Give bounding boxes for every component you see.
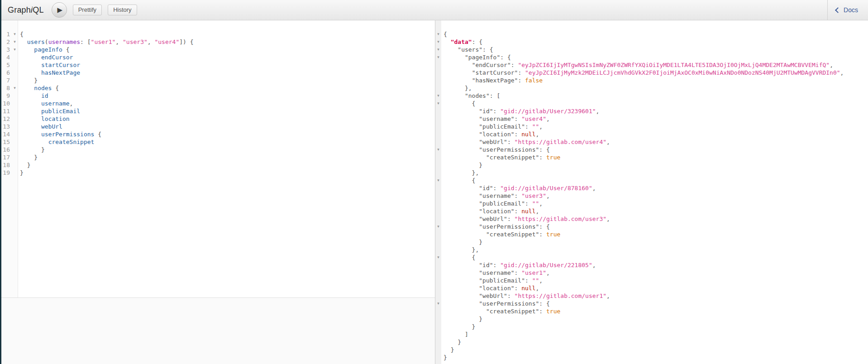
editor-line: 15 createSnippet xyxy=(1,138,435,146)
code-text: users(usernames: ["user1", "user3", "use… xyxy=(20,38,194,46)
fold-arrow-icon[interactable]: ▾ xyxy=(435,30,441,38)
result-line: ▾ "users": { xyxy=(435,46,868,53)
code-text: "userPermissions": { xyxy=(444,223,550,230)
query-editor[interactable]: 1▾{2▾ users(usernames: ["user1", "user3"… xyxy=(1,20,435,297)
fold-gutter-cell xyxy=(12,53,18,61)
editor-line: 12 location xyxy=(1,115,435,123)
fold-arrow-icon[interactable]: ▾ xyxy=(12,46,18,53)
fold-gutter-cell xyxy=(12,100,18,107)
result-line: } xyxy=(435,346,868,354)
history-button[interactable]: History xyxy=(108,5,137,15)
code-text: "username": "user4", xyxy=(444,115,550,123)
result-line: ] xyxy=(435,330,868,338)
code-text: createSnippet xyxy=(20,138,94,146)
code-text: id xyxy=(20,92,48,100)
code-text: { xyxy=(444,100,475,107)
docs-button-label: Docs xyxy=(844,6,858,14)
fold-gutter-cell xyxy=(12,138,18,146)
code-text: } xyxy=(20,169,24,177)
fold-gutter-cell xyxy=(12,153,18,161)
line-number: 3 xyxy=(1,46,12,53)
fold-gutter-cell xyxy=(435,161,441,169)
fold-arrow-icon[interactable]: ▾ xyxy=(12,84,18,92)
fold-gutter-cell xyxy=(435,138,441,146)
result-line: "location": null, xyxy=(435,130,868,138)
fold-arrow-icon[interactable]: ▾ xyxy=(435,146,441,153)
fold-gutter-cell xyxy=(12,123,18,130)
docs-button[interactable]: Docs xyxy=(827,0,868,20)
editor-line: 3▾ pageInfo { xyxy=(1,46,435,53)
fold-gutter-cell xyxy=(12,130,18,138)
fold-gutter-cell xyxy=(435,238,441,246)
editor-line: 8▾ nodes { xyxy=(1,84,435,92)
line-number: 19 xyxy=(1,169,12,177)
result-line: "location": null, xyxy=(435,207,868,215)
code-text: "pageInfo": { xyxy=(444,53,511,61)
execute-query-button[interactable]: ▶ xyxy=(52,2,67,18)
prettify-button[interactable]: Prettify xyxy=(73,5,102,15)
editor-line: 16 } xyxy=(1,146,435,153)
code-text: "users": { xyxy=(444,46,493,53)
code-text: }, xyxy=(444,169,479,177)
fold-gutter-cell xyxy=(435,107,441,115)
fold-arrow-icon[interactable]: ▾ xyxy=(435,53,441,61)
editor-line: 1▾{ xyxy=(1,30,435,38)
code-text: "id": "gid://gitlab/User/3239601", xyxy=(444,107,599,115)
code-text: "nodes": [ xyxy=(444,92,500,100)
fold-arrow-icon[interactable]: ▾ xyxy=(435,254,441,261)
graphiql-window: GraphiQL ▶ Prettify History Docs 1▾{2▾ u… xyxy=(1,0,868,364)
result-line: "startCursor": "eyJpZCI6IjMyMzk2MDEiLCJj… xyxy=(435,69,868,77)
fold-arrow-icon[interactable]: ▾ xyxy=(12,30,18,38)
fold-gutter-cell xyxy=(435,130,441,138)
result-line: }, xyxy=(435,246,868,254)
fold-arrow-icon[interactable]: ▾ xyxy=(435,177,441,184)
fold-gutter-cell xyxy=(12,146,18,153)
fold-arrow-icon[interactable]: ▾ xyxy=(435,46,441,53)
code-text: { xyxy=(444,254,475,261)
code-text: hasNextPage xyxy=(20,69,80,77)
line-number: 7 xyxy=(1,77,12,84)
result-line: ▾ "nodes": [ xyxy=(435,92,868,100)
code-text: "userPermissions": { xyxy=(444,300,550,307)
fold-gutter-cell xyxy=(435,192,441,200)
line-number: 16 xyxy=(1,146,12,153)
code-text: webUrl xyxy=(20,123,62,130)
fold-arrow-icon[interactable]: ▾ xyxy=(435,100,441,107)
fold-arrow-icon[interactable]: ▾ xyxy=(435,92,441,100)
code-text: } xyxy=(444,346,454,354)
fold-gutter-cell xyxy=(435,346,441,354)
line-number: 10 xyxy=(1,100,12,107)
fold-arrow-icon[interactable]: ▾ xyxy=(12,38,18,46)
fold-arrow-icon[interactable]: ▾ xyxy=(435,38,441,46)
line-number: 18 xyxy=(1,161,12,169)
code-text: "username": "user1", xyxy=(444,269,550,277)
query-editor-pane: 1▾{2▾ users(usernames: ["user1", "user3"… xyxy=(1,20,435,364)
code-text: "id": "gid://gitlab/User/221805", xyxy=(444,261,596,269)
code-text: } xyxy=(444,238,482,246)
code-text: "createSnippet": true xyxy=(444,230,560,238)
fold-gutter-cell xyxy=(12,161,18,169)
fold-gutter-cell xyxy=(435,215,441,223)
code-text: "webUrl": "https://gitlab.com/user3", xyxy=(444,215,610,223)
code-text: "id": "gid://gitlab/User/878160", xyxy=(444,184,596,192)
code-text: } xyxy=(20,146,45,153)
fold-gutter-cell xyxy=(435,292,441,300)
result-viewer: ▾{▾ "data": {▾ "users": {▾ "pageInfo": {… xyxy=(435,20,868,364)
line-number: 5 xyxy=(1,61,12,69)
fold-arrow-icon[interactable]: ▾ xyxy=(435,300,441,307)
code-text: "location": null, xyxy=(444,130,539,138)
result-line: } xyxy=(435,238,868,246)
result-line: "username": "user3", xyxy=(435,192,868,200)
code-text: "webUrl": "https://gitlab.com/user4", xyxy=(444,138,610,146)
code-text: } xyxy=(444,323,475,330)
fold-gutter-cell xyxy=(435,307,441,315)
fold-gutter-cell xyxy=(12,115,18,123)
result-line: } xyxy=(435,338,868,346)
fold-gutter-cell xyxy=(435,69,441,77)
result-line: ▾ "userPermissions": { xyxy=(435,223,868,230)
fold-gutter-cell xyxy=(435,354,441,361)
code-text: "createSnippet": true xyxy=(444,307,560,315)
fold-gutter-cell xyxy=(12,107,18,115)
code-text: }, xyxy=(444,84,472,92)
fold-arrow-icon[interactable]: ▾ xyxy=(435,223,441,230)
